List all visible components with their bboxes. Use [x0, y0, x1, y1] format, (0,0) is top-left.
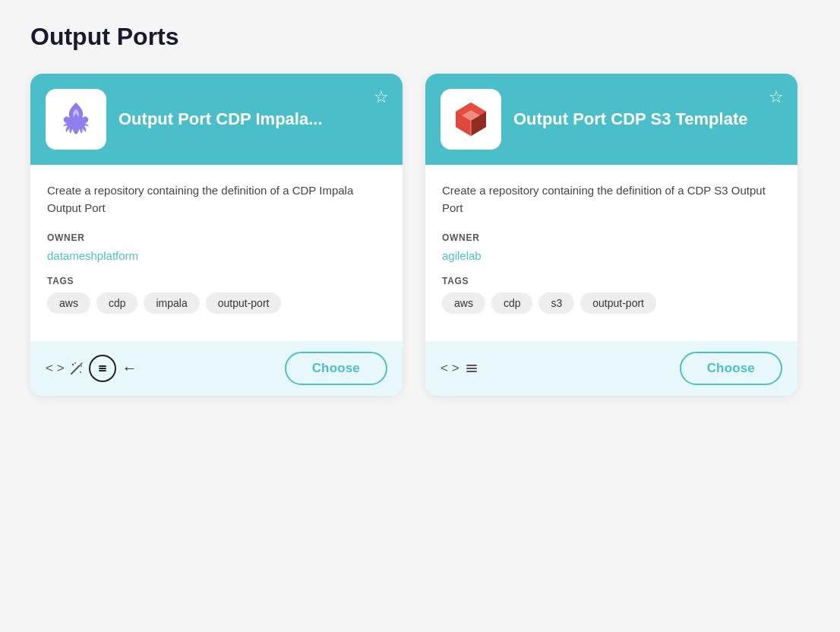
card-s3-star-icon[interactable]: ☆ — [769, 87, 784, 107]
card-s3-footer: < > Choose — [425, 341, 797, 396]
tag-s3-output-port: output-port — [580, 292, 656, 314]
card-s3-choose-button[interactable]: Choose — [680, 352, 782, 385]
tag-aws: aws — [47, 292, 90, 314]
tag-cdp: cdp — [96, 292, 138, 314]
card-impala-owner: datameshplatform — [47, 249, 386, 262]
card-s3: Output Port CDP S3 Template ☆ Create a r… — [425, 74, 797, 396]
card-impala-body: Create a repository containing the defin… — [30, 165, 403, 329]
card-s3-tags-label: TAGS — [442, 276, 781, 286]
page-title: Output Ports — [30, 23, 810, 51]
tag-impala: impala — [144, 292, 199, 314]
card-impala-title: Output Port CDP Impala... — [118, 109, 387, 129]
card-impala-star-icon[interactable]: ☆ — [374, 87, 389, 107]
card-impala-choose-button[interactable]: Choose — [285, 352, 387, 385]
card-s3-header: Output Port CDP S3 Template ☆ — [425, 74, 797, 165]
svg-point-3 — [80, 371, 81, 373]
card-impala-footer-icons: < > — [46, 355, 137, 382]
svg-point-2 — [71, 363, 73, 365]
cards-container: Output Port CDP Impala... ☆ Create a rep… — [30, 74, 810, 396]
svg-point-4 — [81, 365, 82, 367]
tag-output-port: output-port — [206, 292, 282, 314]
svg-point-5 — [74, 362, 76, 364]
code-icon[interactable]: < > — [46, 361, 65, 376]
tag-s3-aws: aws — [442, 292, 485, 314]
card-impala-footer: < > — [30, 341, 403, 396]
card-s3-owner-label: OWNER — [442, 232, 781, 243]
card-s3-footer-icons: < > — [441, 361, 479, 376]
card-impala-logo — [46, 89, 106, 150]
card-impala-owner-label: OWNER — [47, 232, 386, 243]
card-impala-tags-label: TAGS — [47, 276, 386, 286]
card-s3-description: Create a repository containing the defin… — [442, 182, 781, 217]
card-s3-title: Output Port CDP S3 Template — [513, 109, 782, 129]
card-impala-header: Output Port CDP Impala... ☆ — [30, 74, 403, 165]
s3-list-icon[interactable] — [464, 361, 479, 376]
impala-logo-icon — [53, 96, 99, 142]
card-s3-owner: agilelab — [442, 249, 781, 262]
svg-line-0 — [71, 366, 79, 374]
card-s3-tags: aws cdp s3 output-port — [442, 292, 781, 314]
card-s3-logo — [441, 89, 501, 150]
s3-logo-icon — [448, 96, 494, 142]
tag-s3-s3: s3 — [538, 292, 574, 314]
magic-wand-icon[interactable] — [69, 361, 84, 376]
tag-s3-cdp: cdp — [491, 292, 533, 314]
card-impala: Output Port CDP Impala... ☆ Create a rep… — [30, 74, 403, 396]
s3-code-icon[interactable]: < > — [441, 361, 459, 376]
card-s3-body: Create a repository containing the defin… — [425, 165, 797, 329]
card-impala-description: Create a repository containing the defin… — [47, 182, 386, 217]
list-circle-icon[interactable] — [89, 355, 116, 382]
card-impala-tags: aws cdp impala output-port — [47, 292, 386, 314]
arrow-right-icon: ← — [122, 359, 137, 377]
